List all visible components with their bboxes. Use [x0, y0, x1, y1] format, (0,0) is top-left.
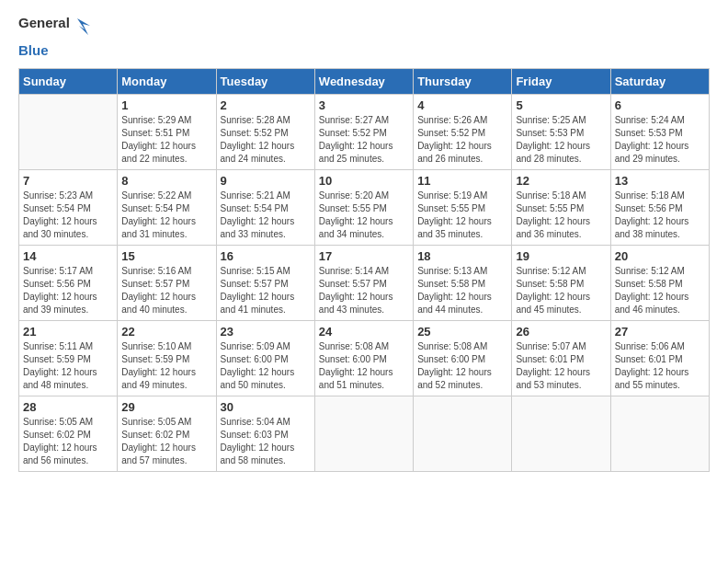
day-info: Sunrise: 5:18 AMSunset: 5:55 PMDaylight:…	[516, 190, 590, 239]
day-number: 7	[23, 174, 113, 188]
day-number: 11	[417, 174, 507, 188]
day-info: Sunrise: 5:13 AMSunset: 5:58 PMDaylight:…	[417, 266, 492, 315]
calendar-cell: 15Sunrise: 5:16 AMSunset: 5:57 PMDayligh…	[118, 245, 216, 320]
day-info: Sunrise: 5:19 AMSunset: 5:55 PMDaylight:…	[417, 190, 492, 239]
calendar-cell: 1Sunrise: 5:29 AMSunset: 5:51 PMDaylight…	[118, 94, 216, 169]
calendar-cell: 2Sunrise: 5:28 AMSunset: 5:52 PMDaylight…	[216, 94, 314, 169]
calendar-header-wednesday: Wednesday	[314, 68, 413, 94]
calendar-cell: 22Sunrise: 5:10 AMSunset: 5:59 PMDayligh…	[118, 320, 216, 396]
calendar-cell: 26Sunrise: 5:07 AMSunset: 6:01 PMDayligh…	[512, 320, 610, 396]
calendar-cell: 8Sunrise: 5:22 AMSunset: 5:54 PMDaylight…	[118, 169, 216, 245]
logo-blue: Blue	[18, 42, 49, 58]
svg-marker-0	[77, 18, 90, 35]
calendar-week-row: 21Sunrise: 5:11 AMSunset: 5:59 PMDayligh…	[19, 320, 710, 396]
day-info: Sunrise: 5:05 AMSunset: 6:02 PMDaylight:…	[23, 417, 97, 465]
calendar-cell	[414, 396, 512, 471]
day-number: 13	[615, 174, 705, 188]
day-number: 12	[516, 174, 606, 188]
day-info: Sunrise: 5:08 AMSunset: 6:00 PMDaylight:…	[319, 341, 393, 390]
logo-graphic: General Blue	[18, 15, 92, 59]
day-info: Sunrise: 5:24 AMSunset: 5:53 PMDaylight:…	[615, 115, 689, 164]
day-number: 3	[319, 98, 409, 112]
calendar-cell: 14Sunrise: 5:17 AMSunset: 5:56 PMDayligh…	[19, 245, 118, 320]
calendar-cell: 24Sunrise: 5:08 AMSunset: 6:00 PMDayligh…	[314, 320, 413, 396]
day-number: 6	[615, 98, 705, 112]
day-number: 10	[319, 174, 409, 188]
day-number: 21	[23, 325, 113, 339]
calendar-header-thursday: Thursday	[414, 68, 512, 94]
calendar-cell: 30Sunrise: 5:04 AMSunset: 6:03 PMDayligh…	[216, 396, 314, 471]
day-number: 8	[121, 174, 211, 188]
calendar-cell	[19, 94, 118, 169]
calendar-cell: 10Sunrise: 5:20 AMSunset: 5:55 PMDayligh…	[314, 169, 413, 245]
calendar-week-row: 1Sunrise: 5:29 AMSunset: 5:51 PMDaylight…	[19, 94, 710, 169]
calendar-cell: 28Sunrise: 5:05 AMSunset: 6:02 PMDayligh…	[19, 396, 118, 471]
calendar-cell: 21Sunrise: 5:11 AMSunset: 5:59 PMDayligh…	[19, 320, 118, 396]
day-number: 27	[615, 325, 705, 339]
day-info: Sunrise: 5:20 AMSunset: 5:55 PMDaylight:…	[319, 190, 393, 239]
calendar-week-row: 28Sunrise: 5:05 AMSunset: 6:02 PMDayligh…	[19, 396, 710, 471]
day-info: Sunrise: 5:23 AMSunset: 5:54 PMDaylight:…	[23, 190, 97, 239]
day-number: 1	[121, 98, 211, 112]
calendar-week-row: 7Sunrise: 5:23 AMSunset: 5:54 PMDaylight…	[19, 169, 710, 245]
calendar-cell: 7Sunrise: 5:23 AMSunset: 5:54 PMDaylight…	[19, 169, 118, 245]
calendar-cell: 13Sunrise: 5:18 AMSunset: 5:56 PMDayligh…	[610, 169, 709, 245]
day-info: Sunrise: 5:11 AMSunset: 5:59 PMDaylight:…	[23, 341, 97, 390]
day-info: Sunrise: 5:07 AMSunset: 6:01 PMDaylight:…	[516, 341, 590, 390]
day-number: 26	[516, 325, 606, 339]
calendar-cell: 6Sunrise: 5:24 AMSunset: 5:53 PMDaylight…	[610, 94, 709, 169]
day-info: Sunrise: 5:27 AMSunset: 5:52 PMDaylight:…	[319, 115, 393, 164]
day-number: 22	[121, 325, 211, 339]
day-info: Sunrise: 5:25 AMSunset: 5:53 PMDaylight:…	[516, 115, 590, 164]
day-number: 29	[121, 400, 211, 414]
calendar-cell: 3Sunrise: 5:27 AMSunset: 5:52 PMDaylight…	[314, 94, 413, 169]
calendar-header-monday: Monday	[118, 68, 216, 94]
calendar-cell: 27Sunrise: 5:06 AMSunset: 6:01 PMDayligh…	[610, 320, 709, 396]
calendar-cell: 25Sunrise: 5:08 AMSunset: 6:00 PMDayligh…	[414, 320, 512, 396]
day-info: Sunrise: 5:14 AMSunset: 5:57 PMDaylight:…	[319, 266, 393, 315]
day-info: Sunrise: 5:10 AMSunset: 5:59 PMDaylight:…	[121, 341, 196, 390]
day-number: 4	[417, 98, 507, 112]
day-number: 14	[23, 249, 113, 263]
logo-bird-icon	[75, 15, 92, 42]
day-info: Sunrise: 5:15 AMSunset: 5:57 PMDaylight:…	[221, 266, 295, 315]
day-number: 9	[221, 174, 311, 188]
logo: General Blue	[18, 15, 92, 59]
day-info: Sunrise: 5:09 AMSunset: 6:00 PMDaylight:…	[221, 341, 295, 390]
calendar-cell: 20Sunrise: 5:12 AMSunset: 5:58 PMDayligh…	[610, 245, 709, 320]
calendar-week-row: 14Sunrise: 5:17 AMSunset: 5:56 PMDayligh…	[19, 245, 710, 320]
day-info: Sunrise: 5:22 AMSunset: 5:54 PMDaylight:…	[121, 190, 196, 239]
calendar-cell: 11Sunrise: 5:19 AMSunset: 5:55 PMDayligh…	[414, 169, 512, 245]
calendar-cell: 19Sunrise: 5:12 AMSunset: 5:58 PMDayligh…	[512, 245, 610, 320]
calendar-cell: 18Sunrise: 5:13 AMSunset: 5:58 PMDayligh…	[414, 245, 512, 320]
calendar-cell: 29Sunrise: 5:05 AMSunset: 6:02 PMDayligh…	[118, 396, 216, 471]
calendar-header-row: SundayMondayTuesdayWednesdayThursdayFrid…	[19, 68, 710, 94]
day-number: 16	[221, 249, 311, 263]
day-info: Sunrise: 5:12 AMSunset: 5:58 PMDaylight:…	[516, 266, 590, 315]
calendar-header-saturday: Saturday	[610, 68, 709, 94]
day-number: 20	[615, 249, 705, 263]
calendar-header-sunday: Sunday	[19, 68, 118, 94]
day-info: Sunrise: 5:12 AMSunset: 5:58 PMDaylight:…	[615, 266, 689, 315]
day-info: Sunrise: 5:06 AMSunset: 6:01 PMDaylight:…	[615, 341, 689, 390]
page-container: General Blue SundayMondayTuesdayWednesda…	[0, 0, 728, 487]
day-info: Sunrise: 5:26 AMSunset: 5:52 PMDaylight:…	[417, 115, 492, 164]
calendar-table: SundayMondayTuesdayWednesdayThursdayFrid…	[18, 68, 710, 472]
day-number: 5	[516, 98, 606, 112]
calendar-header-tuesday: Tuesday	[216, 68, 314, 94]
day-info: Sunrise: 5:21 AMSunset: 5:54 PMDaylight:…	[221, 190, 295, 239]
calendar-cell: 5Sunrise: 5:25 AMSunset: 5:53 PMDaylight…	[512, 94, 610, 169]
day-info: Sunrise: 5:28 AMSunset: 5:52 PMDaylight:…	[221, 115, 295, 164]
day-number: 2	[221, 98, 311, 112]
calendar-cell: 16Sunrise: 5:15 AMSunset: 5:57 PMDayligh…	[216, 245, 314, 320]
day-info: Sunrise: 5:08 AMSunset: 6:00 PMDaylight:…	[417, 341, 492, 390]
day-number: 24	[319, 325, 409, 339]
day-number: 23	[221, 325, 311, 339]
day-number: 25	[417, 325, 507, 339]
day-number: 18	[417, 249, 507, 263]
day-info: Sunrise: 5:04 AMSunset: 6:03 PMDaylight:…	[221, 417, 295, 465]
calendar-cell	[314, 396, 413, 471]
calendar-cell	[610, 396, 709, 471]
day-number: 17	[319, 249, 409, 263]
day-number: 30	[221, 400, 311, 414]
